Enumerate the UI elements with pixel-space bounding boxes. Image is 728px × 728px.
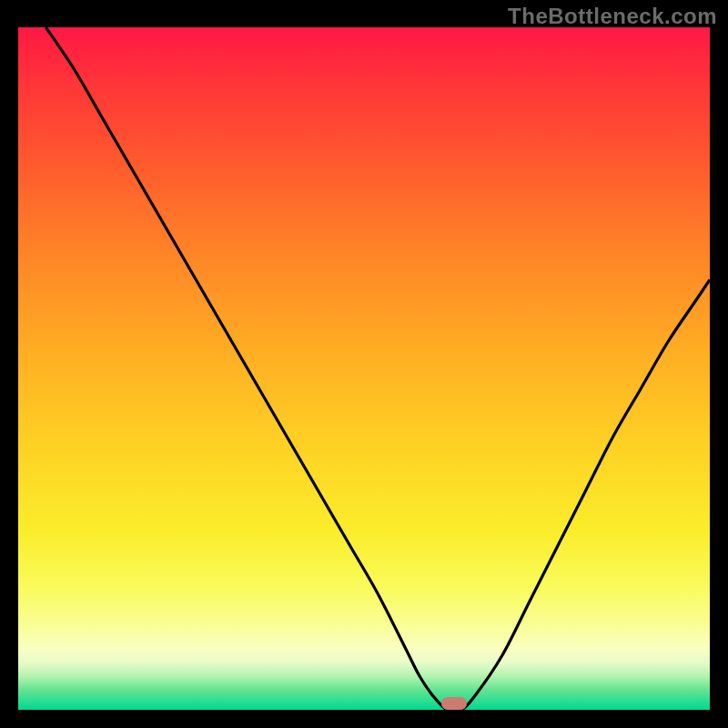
- bottleneck-chart: [18, 27, 710, 710]
- curve-path: [46, 27, 710, 710]
- optimal-point-marker: [441, 697, 467, 710]
- attribution-text: TheBottleneck.com: [508, 4, 717, 29]
- bottleneck-curve: [18, 27, 710, 710]
